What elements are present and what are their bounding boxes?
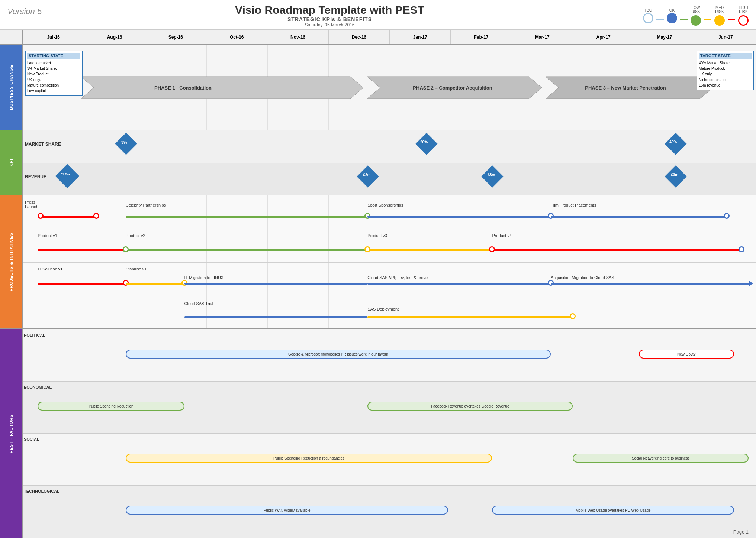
sport-bar [367,216,551,218]
pest-google-bar: Google & Microsoft monopolies PR issues … [126,350,551,359]
legend-label-tbc: TBC [644,8,652,12]
press-launch-label: PressLaunch [25,200,38,209]
pest-mobile-web-bar: Mobile Web Usage overtakes PC Web Usage [492,506,734,515]
proj-grid-11 [695,195,695,328]
pest-social-label: SOCIAL [24,437,39,441]
product-v4-label: Product v4 [492,233,512,238]
product-v3-label: Product v3 [367,233,387,238]
pest-facebook-revenue-bar: Facebook Revenue overtakes Google Revenu… [367,402,573,411]
legend-item-high: HIGHRISK [738,6,749,26]
starting-state-content: Late to market.3% Market Share.New Produ… [27,60,80,94]
sport-label: Sport Sponsorships [367,203,403,207]
diamond-2m: £2m [360,169,376,184]
proj-grid-8 [512,195,512,328]
product-v1-bar [38,249,126,251]
legend-label-low: LOWRISK [691,6,700,14]
version-label: Version 5 [7,4,67,16]
legend: TBC OK LOWRISK MEDRISK HIGHRISK [592,4,749,26]
main-title: Visio Roadmap Template with PEST [67,4,592,16]
product-v2-label: Product v2 [126,233,145,238]
proj-row-sep-3 [23,296,756,296]
starting-state-box: STARTING STATE Late to market.3% Market … [25,51,83,96]
pest-political-label: POLITICAL [24,333,45,337]
month-nov16: Nov-16 [267,30,328,44]
pest-public-spending-bar: Public Spending Reduction [38,402,184,411]
svg-marker-0 [81,77,363,99]
pest-new-govt-bar: New Govt? [639,350,734,359]
month-jul16: Jul-16 [23,30,84,44]
label-kpi-text: KPI [9,159,13,166]
page-number: Page 1 [733,529,749,535]
month-feb17: Feb-17 [451,30,512,44]
cloud-sas-trial-label: Cloud SAS Trial [184,301,213,306]
proj-grid-2 [145,195,145,328]
phase-arrows-svg: PHASE 1 - Consolidation PHASE 2 – Compet… [23,73,756,103]
month-apr17: Apr-17 [573,30,634,44]
label-business-change: BUSINESS CHANGE [0,45,22,130]
diamond-3m-may: £3m [668,169,683,184]
film-label: Film Product Placements [551,203,596,207]
legend-connector-3 [704,19,711,20]
legend-label-ok: OK [669,8,675,12]
diamond-3m-feb: £3m [485,169,500,184]
proj-grid-7 [451,195,451,328]
proj-grid-10 [634,195,634,328]
sas-deployment-circle [570,313,576,319]
month-dec16: Dec-16 [329,30,390,44]
stabilise-bar [126,283,184,285]
pest-sep-1 [23,381,756,382]
film-circle [724,213,730,219]
phase1-label: PHASE 1 - Consolidation [154,85,212,91]
target-state-box: TARGET STATE 40% Market Share.Mature Pro… [697,51,754,90]
row-labels-sidebar: BUSINESS CHANGE KPI PROJECTS & INITIATIV… [0,30,23,538]
phase2-label: PHASE 2 – Competitor Acquisition [413,85,492,91]
timeline-header: Jul-16 Aug-16 Sep-16 Oct-16 Nov-16 Dec-1… [23,30,756,45]
kpi-market-share-label: MARKET SHARE [25,142,61,147]
label-projects: PROJECTS & INITIATIVES [0,195,22,329]
product-v3-bar [367,249,492,251]
product-v2-circle-start [123,246,129,252]
legend-item-med: MEDRISK [714,6,725,26]
proj-grid-4 [267,195,268,328]
acq-migration-bar [551,283,749,285]
it-migration-bar [184,283,368,285]
legend-connector-2 [680,19,688,20]
sidebar-spacer [0,30,22,45]
product-v2-bar [126,249,367,251]
celebrity-bar [126,216,367,218]
film-bar [551,216,727,218]
proj-row-sep-2 [23,262,756,263]
legend-item-low: LOWRISK [691,6,701,26]
product-v3-circle-start [364,246,370,252]
target-state-title: TARGET STATE [699,53,752,59]
acq-migration-label: Acquisition Migration to Cloud SAS [551,275,614,280]
kpi-row-bg-2 [23,163,756,195]
product-v4-circle-end [739,246,744,252]
kpi-section: MARKET SHARE REVENUE 3% 20% 40% [23,130,756,195]
proj-grid-3 [206,195,207,328]
header-center: Visio Roadmap Template with PEST STRATEG… [67,4,592,27]
pest-social-bar1: Public Spending Reduction à redundancies [126,454,492,463]
label-business-change-text: BUSINESS CHANGE [9,65,13,110]
projects-section: PressLaunch Celebrity Partnerships Sport… [23,195,756,329]
legend-connector-1 [656,19,664,20]
press-launch-circle-end [93,213,99,219]
app-container: Version 5 Visio Roadmap Template with PE… [0,0,756,538]
stabilise-label: Stabilise v1 [126,267,147,271]
month-jan17: Jan-17 [390,30,451,44]
month-mar17: Mar-17 [512,30,573,44]
pest-section: POLITICAL Google & Microsoft monopolies … [23,329,756,538]
legend-circle-high [738,15,749,26]
kpi-revenue-label: REVENUE [25,174,46,179]
legend-circle-med [714,15,725,26]
pest-economical-label: ECONOMICAL [24,385,52,389]
product-v4-bar [492,249,741,251]
month-sep16: Sep-16 [145,30,206,44]
it-solution-label: IT Solution v1 [38,267,62,271]
diamond-20pct: 20% [419,136,434,152]
proj-row-sep-1 [23,229,756,229]
label-projects-text: PROJECTS & INITIATIVES [9,233,13,291]
label-pest-text: PEST - FACTORS [9,414,13,453]
pest-social-bar2: Social Networking core to business [573,454,749,463]
legend-item-ok: OK [667,8,677,23]
